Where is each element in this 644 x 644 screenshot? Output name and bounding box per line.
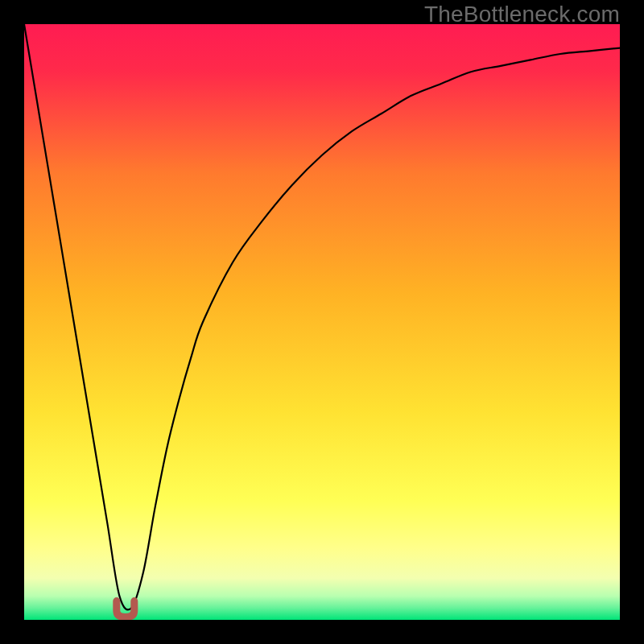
chart-frame: TheBottleneck.com <box>0 0 644 644</box>
plot-area <box>24 24 620 620</box>
chart-svg <box>24 24 620 620</box>
gradient-background <box>24 24 620 620</box>
